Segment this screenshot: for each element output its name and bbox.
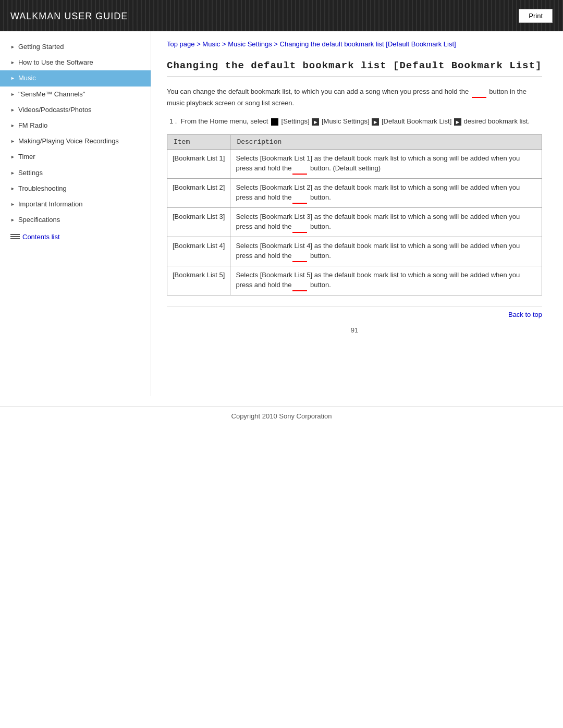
button-placeholder-1 (292, 192, 307, 204)
sidebar-label-fm-radio: FM Radio (18, 121, 47, 130)
settings-icon (271, 118, 278, 126)
main-layout: ► Getting Started ► How to Use the Softw… (0, 31, 563, 396)
sidebar-item-getting-started[interactable]: ► Getting Started (0, 39, 151, 55)
breadcrumb-current[interactable]: Changing the default bookmark list [Defa… (280, 40, 456, 48)
sidebar-label-troubleshooting: Troubleshooting (18, 184, 67, 193)
table-cell-item-1: [Bookmark List 2] (167, 178, 230, 207)
page-title: Changing the default bookmark list [Defa… (167, 60, 542, 77)
table-cell-desc-2: Selects [Bookmark List 3] as the default… (230, 207, 542, 237)
arrow-icon-important-info: ► (10, 201, 15, 208)
arrow-icon-specifications: ► (10, 217, 15, 224)
table-cell-desc-4: Selects [Bookmark List 5] as the default… (230, 266, 542, 295)
breadcrumb: Top page > Music > Music Settings > Chan… (167, 39, 542, 50)
sidebar-item-settings[interactable]: ► Settings (0, 165, 151, 181)
sidebar-item-important-info[interactable]: ► Important Information (0, 196, 151, 212)
copyright-footer: Copyright 2010 Sony Corporation (0, 406, 563, 425)
sidebar-label-timer: Timer (18, 152, 35, 162)
footer-links: Back to top (167, 306, 542, 318)
breadcrumb-music[interactable]: Music (202, 40, 220, 48)
table-cell-desc-0: Selects [Bookmark List 1] as the default… (230, 149, 542, 178)
sidebar-label-getting-started: Getting Started (18, 42, 64, 52)
sidebar-item-voice[interactable]: ► Making/Playing Voice Recordings (0, 133, 151, 149)
bookmark-table: Item Description [Bookmark List 1]Select… (167, 134, 542, 295)
sidebar-label-how-to-use: How to Use the Software (18, 58, 93, 67)
sidebar-item-timer[interactable]: ► Timer (0, 149, 151, 165)
arrow-icon-how-to-use: ► (10, 59, 15, 66)
sidebar: ► Getting Started ► How to Use the Softw… (0, 31, 151, 396)
arrow-icon-videos: ► (10, 107, 15, 114)
arrow-icon-music: ► (10, 75, 15, 82)
app-title: WALKMAN User Guide (10, 9, 128, 22)
sidebar-item-specifications[interactable]: ► Specifications (0, 212, 151, 228)
print-button[interactable]: Print (519, 9, 553, 23)
sidebar-item-music[interactable]: ► Music (0, 70, 151, 86)
table-cell-item-0: [Bookmark List 1] (167, 149, 230, 178)
sidebar-label-music: Music (18, 73, 36, 83)
button-placeholder-3 (292, 251, 307, 262)
page-number: 91 (167, 326, 542, 334)
intro-paragraph: You can change the default bookmark list… (167, 87, 542, 109)
contents-list-icon (10, 234, 20, 240)
table-row: [Bookmark List 3]Selects [Bookmark List … (167, 207, 542, 237)
button-placeholder-4 (292, 280, 307, 291)
sidebar-item-how-to-use[interactable]: ► How to Use the Software (0, 55, 151, 70)
table-row: [Bookmark List 2]Selects [Bookmark List … (167, 178, 542, 207)
table-row: [Bookmark List 4]Selects [Bookmark List … (167, 237, 542, 266)
step-1-text: 1 . From the Home menu, select [Settings… (167, 116, 542, 127)
walkman-title: WALKMAN (10, 11, 61, 21)
arrow-icon-timer: ► (10, 154, 15, 161)
table-cell-item-3: [Bookmark List 4] (167, 237, 230, 266)
breadcrumb-top[interactable]: Top page (167, 40, 195, 48)
table-row: [Bookmark List 5]Selects [Bookmark List … (167, 266, 542, 295)
table-cell-desc-1: Selects [Bookmark List 2] as the default… (230, 178, 542, 207)
sidebar-label-videos: Videos/Podcasts/Photos (18, 105, 92, 115)
table-cell-desc-3: Selects [Bookmark List 4] as the default… (230, 237, 542, 266)
sidebar-item-fm-radio[interactable]: ► FM Radio (0, 118, 151, 133)
sidebar-item-videos[interactable]: ► Videos/Podcasts/Photos (0, 102, 151, 118)
breadcrumb-music-settings[interactable]: Music Settings (228, 40, 272, 48)
arrow-icon-2: ► (372, 118, 379, 126)
sidebar-label-voice: Making/Playing Voice Recordings (18, 137, 119, 146)
arrow-icon-voice: ► (10, 138, 15, 145)
main-content: Top page > Music > Music Settings > Chan… (151, 31, 563, 350)
arrow-icon-1: ► (312, 118, 319, 126)
sidebar-label-specifications: Specifications (18, 215, 60, 225)
sidebar-label-important-info: Important Information (18, 200, 83, 209)
arrow-icon-troubleshooting: ► (10, 186, 15, 192)
table-cell-item-4: [Bookmark List 5] (167, 266, 230, 295)
button-placeholder-2 (292, 221, 307, 233)
arrow-icon-settings: ► (10, 170, 15, 177)
arrow-icon-getting-started: ► (10, 44, 15, 51)
back-to-top-link[interactable]: Back to top (508, 311, 542, 318)
table-header-item: Item (167, 134, 230, 149)
arrow-icon-3: ► (454, 118, 461, 126)
sidebar-label-settings: Settings (18, 168, 43, 178)
sidebar-label-sensme: "SensMe™ Channels" (18, 90, 85, 99)
page-header: WALKMAN User Guide Print (0, 0, 563, 31)
button-placeholder-0 (292, 163, 307, 175)
button-placeholder-intro (472, 87, 486, 98)
contents-list-link[interactable]: Contents list (0, 228, 151, 243)
contents-list-label: Contents list (22, 233, 60, 241)
sidebar-item-sensme[interactable]: ► "SensMe™ Channels" (0, 87, 151, 102)
arrow-icon-fm-radio: ► (10, 122, 15, 129)
table-header-description: Description (230, 134, 542, 149)
table-cell-item-2: [Bookmark List 3] (167, 207, 230, 237)
user-guide-subtitle: User Guide (61, 11, 128, 21)
arrow-icon-sensme: ► (10, 91, 15, 98)
sidebar-item-troubleshooting[interactable]: ► Troubleshooting (0, 181, 151, 196)
table-row: [Bookmark List 1]Selects [Bookmark List … (167, 149, 542, 178)
